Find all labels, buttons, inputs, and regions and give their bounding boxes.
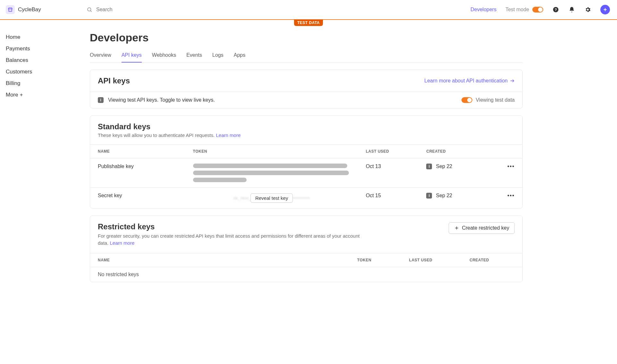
plus-icon <box>454 225 459 231</box>
key-last-used: Oct 13 <box>358 158 419 188</box>
api-keys-heading: API keys <box>98 76 130 85</box>
tab-api-keys[interactable]: API keys <box>122 50 142 63</box>
viewing-test-data-toggle[interactable] <box>461 97 472 103</box>
create-restricted-key-label: Create restricted key <box>462 225 509 231</box>
info-icon: i <box>98 97 104 103</box>
test-mode-toggle[interactable] <box>532 7 543 13</box>
r-col-created: CREATED <box>462 253 522 267</box>
key-created: Sep 22 <box>436 193 452 199</box>
key-name: Publishable key <box>90 158 185 188</box>
restricted-keys-heading: Restricted keys <box>98 222 370 231</box>
r-col-last-used: LAST USED <box>401 253 462 267</box>
api-keys-card: API keys Learn more about API authentica… <box>90 70 523 108</box>
create-restricted-key-button[interactable]: Create restricted key <box>449 222 515 234</box>
sidebar-item-balances[interactable]: Balances <box>6 55 87 66</box>
sidebar-item-billing[interactable]: Billing <box>6 78 87 89</box>
restricted-learn-more-link[interactable]: Learn more <box>110 240 135 247</box>
tab-logs[interactable]: Logs <box>212 50 224 63</box>
developers-link[interactable]: Developers <box>470 7 496 13</box>
test-mode-label: Test mode <box>505 7 529 13</box>
search-icon <box>87 7 92 13</box>
key-created: Sep 22 <box>436 164 452 169</box>
svg-line-1 <box>90 11 91 12</box>
col-token: TOKEN <box>185 145 358 158</box>
notice-text: Viewing test API keys. Toggle to view li… <box>108 97 215 103</box>
sidebar-item-customers[interactable]: Customers <box>6 66 87 78</box>
row-menu-button[interactable]: ••• <box>496 158 522 188</box>
brand[interactable]: CycleBay <box>6 5 87 14</box>
sidebar-item-payments[interactable]: Payments <box>6 43 87 55</box>
sidebar-item-home[interactable]: Home <box>6 31 87 43</box>
tab-events[interactable]: Events <box>186 50 202 63</box>
tab-webhooks[interactable]: Webhooks <box>152 50 176 63</box>
learn-api-auth-link[interactable]: Learn more about API authentication <box>424 78 515 84</box>
r-col-name: NAME <box>90 253 350 267</box>
viewing-test-data: Viewing test data <box>461 97 515 103</box>
table-row: No restricted keys <box>90 267 522 282</box>
standard-keys-sub-text: These keys will allow you to authenticat… <box>98 132 216 138</box>
col-last-used: LAST USED <box>358 145 419 158</box>
info-icon: i <box>426 193 432 199</box>
key-token-redacted <box>185 158 358 188</box>
standard-keys-heading: Standard keys <box>98 122 515 131</box>
search[interactable] <box>87 6 464 13</box>
restricted-keys-sub-text: For greater security, you can create res… <box>98 233 359 246</box>
restricted-empty-text: No restricted keys <box>90 267 522 282</box>
add-button[interactable] <box>600 5 610 14</box>
col-created: CREATED <box>418 145 496 158</box>
test-data-badge: TEST DATA <box>294 20 323 26</box>
reveal-test-key-button[interactable]: Reveal test key <box>250 193 293 203</box>
restricted-keys-table: NAME TOKEN LAST USED CREATED No restrict… <box>90 253 522 282</box>
info-icon: i <box>426 164 432 169</box>
sidebar-item-more[interactable]: More + <box>6 89 87 101</box>
test-mode: Test mode <box>505 7 543 13</box>
gear-icon[interactable] <box>584 6 591 13</box>
standard-keys-table: NAME TOKEN LAST USED CREATED Publishable… <box>90 144 522 208</box>
r-col-token: TOKEN <box>350 253 401 267</box>
standard-keys-sub: These keys will allow you to authenticat… <box>98 132 515 138</box>
table-row: Publishable key Oct 13 i <box>90 158 522 188</box>
col-name: NAME <box>90 145 185 158</box>
key-name: Secret key <box>90 188 185 208</box>
table-row: Secret key sk_test_•••••••••••••••••••••… <box>90 188 522 208</box>
svg-text:?: ? <box>554 7 557 12</box>
tab-overview[interactable]: Overview <box>90 50 111 63</box>
brand-name: CycleBay <box>18 6 41 13</box>
viewing-test-data-label: Viewing test data <box>476 97 515 103</box>
sidebar: Home Payments Balances Customers Billing… <box>0 20 87 301</box>
row-menu-button[interactable]: ••• <box>496 188 522 208</box>
standard-keys-card: Standard keys These keys will allow you … <box>90 115 523 208</box>
brand-logo-icon <box>6 5 15 14</box>
restricted-keys-card: Restricted keys For greater security, yo… <box>90 216 523 282</box>
topbar: CycleBay Developers Test mode ? TEST DAT… <box>0 0 617 20</box>
bell-icon[interactable] <box>568 6 575 13</box>
key-last-used: Oct 15 <box>358 188 419 208</box>
arrow-right-icon <box>510 78 515 83</box>
page-title: Developers <box>90 31 523 44</box>
secret-key-token: sk_test_••••••••••••••••••••••••••••••••… <box>193 193 351 203</box>
tab-apps[interactable]: Apps <box>234 50 245 63</box>
standard-learn-more-link[interactable]: Learn more <box>216 132 241 138</box>
help-icon[interactable]: ? <box>552 6 559 13</box>
restricted-keys-sub: For greater security, you can create res… <box>98 233 370 247</box>
tabs: Overview API keys Webhooks Events Logs A… <box>90 50 523 63</box>
top-actions: Developers Test mode ? <box>470 5 610 14</box>
search-input[interactable] <box>96 6 464 13</box>
main: Developers Overview API keys Webhooks Ev… <box>87 20 542 301</box>
learn-api-auth-label: Learn more about API authentication <box>424 78 508 84</box>
test-keys-notice: i Viewing test API keys. Toggle to view … <box>90 92 522 108</box>
svg-point-0 <box>88 8 91 11</box>
